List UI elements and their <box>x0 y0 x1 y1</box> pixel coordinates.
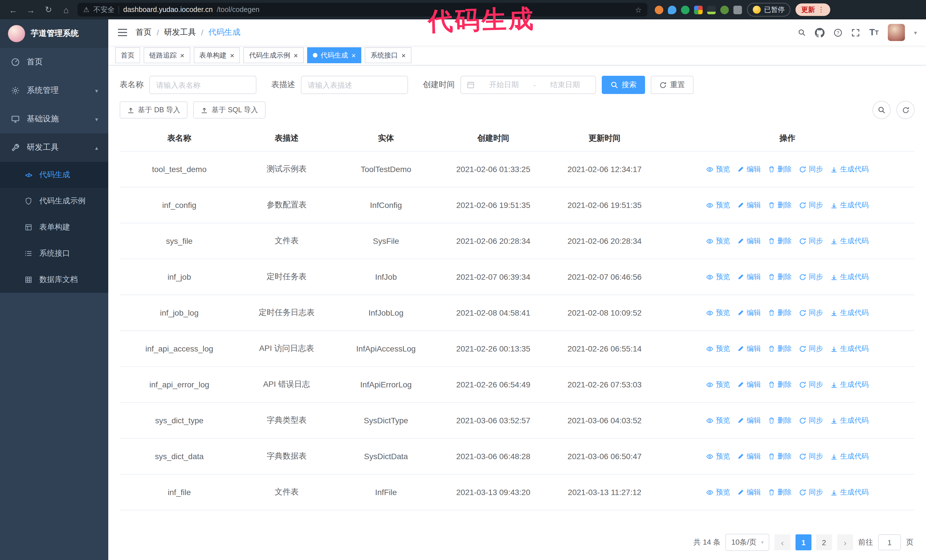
action-sync[interactable]: 同步 <box>799 200 823 210</box>
page-button-1[interactable]: 1 <box>796 534 811 550</box>
action-edit[interactable]: 编辑 <box>738 200 761 210</box>
back-icon[interactable]: ← <box>7 5 20 15</box>
extension-icon[interactable] <box>655 5 663 14</box>
github-icon[interactable] <box>815 28 825 37</box>
fullscreen-icon[interactable] <box>852 28 860 37</box>
tab-tracer[interactable]: 链路追踪× <box>144 47 190 63</box>
action-edit[interactable]: 编辑 <box>738 236 761 246</box>
sidebar-item-home[interactable]: 首页 <box>0 48 108 76</box>
action-generate[interactable]: 生成代码 <box>831 308 869 318</box>
sidebar-item-form-builder[interactable]: 表单构建 <box>0 214 108 240</box>
action-delete[interactable]: 删除 <box>769 272 792 282</box>
close-icon[interactable]: × <box>401 51 406 59</box>
breadcrumb-item-devtools[interactable]: 研发工具 <box>164 27 196 38</box>
close-icon[interactable]: × <box>352 51 356 59</box>
forward-icon[interactable]: → <box>24 5 37 15</box>
sidebar-item-codegen-example[interactable]: 代码生成示例 <box>0 188 108 214</box>
action-edit[interactable]: 编辑 <box>738 308 761 318</box>
action-sync[interactable]: 同步 <box>799 488 823 497</box>
action-sync[interactable]: 同步 <box>799 415 823 425</box>
action-preview[interactable]: 预览 <box>706 200 730 210</box>
action-delete[interactable]: 删除 <box>769 165 792 174</box>
close-icon[interactable]: × <box>230 51 234 59</box>
action-generate[interactable]: 生成代码 <box>831 488 869 497</box>
help-icon[interactable]: ? <box>834 28 843 37</box>
action-preview[interactable]: 预览 <box>706 415 730 425</box>
extension-icon[interactable] <box>694 5 703 14</box>
action-generate[interactable]: 生成代码 <box>831 200 869 210</box>
puzzle-extension-icon[interactable] <box>733 5 742 14</box>
url-bar[interactable]: ⚠ 不安全 dashboard.yudao.iocoder.cn /tool/c… <box>77 3 648 17</box>
action-edit[interactable]: 编辑 <box>738 451 761 461</box>
tab-codegen[interactable]: 代码生成× <box>307 47 362 63</box>
action-generate[interactable]: 生成代码 <box>831 272 869 282</box>
font-size-icon[interactable]: TT <box>869 27 879 38</box>
table-name-input[interactable] <box>149 76 256 94</box>
sidebar-item-db-doc[interactable]: 数据库文档 <box>0 267 108 293</box>
action-edit[interactable]: 编辑 <box>738 272 761 282</box>
action-delete[interactable]: 删除 <box>769 488 792 497</box>
action-delete[interactable]: 删除 <box>769 200 792 210</box>
action-generate[interactable]: 生成代码 <box>831 451 869 461</box>
sidebar-item-codegen[interactable]: </>代码生成 <box>0 162 108 188</box>
action-preview[interactable]: 预览 <box>706 380 730 389</box>
prev-page-button[interactable]: ‹ <box>775 534 790 550</box>
sidebar-item-devtools[interactable]: 研发工具▴ <box>0 133 108 162</box>
close-icon[interactable]: × <box>180 51 185 59</box>
action-generate[interactable]: 生成代码 <box>831 344 869 353</box>
next-page-button[interactable]: › <box>837 534 853 550</box>
chrome-update-button[interactable]: 更新 ⋮ <box>796 3 830 16</box>
tab-codegen-example[interactable]: 代码生成示例× <box>243 47 303 63</box>
action-sync[interactable]: 同步 <box>799 308 823 318</box>
user-avatar[interactable] <box>888 24 905 41</box>
action-preview[interactable]: 预览 <box>706 272 730 282</box>
action-sync[interactable]: 同步 <box>799 344 823 353</box>
action-sync[interactable]: 同步 <box>799 236 823 246</box>
action-delete[interactable]: 删除 <box>769 380 792 389</box>
action-preview[interactable]: 预览 <box>706 308 730 318</box>
refresh-table-button[interactable] <box>896 101 915 119</box>
toggle-search-button[interactable] <box>872 101 891 119</box>
search-icon[interactable] <box>798 29 806 36</box>
search-button[interactable]: 搜索 <box>602 76 645 94</box>
bookmark-star-icon[interactable]: ☆ <box>635 5 642 14</box>
page-size-select[interactable]: 10条/页 ▾ <box>726 534 769 551</box>
action-preview[interactable]: 预览 <box>706 488 730 497</box>
action-generate[interactable]: 生成代码 <box>831 415 869 425</box>
goto-page-input[interactable] <box>878 534 901 550</box>
action-preview[interactable]: 预览 <box>706 236 730 246</box>
extension-icon[interactable] <box>720 5 729 14</box>
home-icon[interactable]: ⌂ <box>60 5 73 15</box>
action-delete[interactable]: 删除 <box>769 236 792 246</box>
action-delete[interactable]: 删除 <box>769 451 792 461</box>
action-edit[interactable]: 编辑 <box>738 344 761 353</box>
tab-api[interactable]: 系统接口× <box>365 47 412 63</box>
action-sync[interactable]: 同步 <box>799 451 823 461</box>
action-generate[interactable]: 生成代码 <box>831 380 869 389</box>
table-desc-input[interactable] <box>301 76 408 94</box>
action-sync[interactable]: 同步 <box>799 165 823 174</box>
extension-icon[interactable] <box>668 5 676 14</box>
close-icon[interactable]: × <box>294 51 298 59</box>
extension-icon[interactable] <box>681 5 690 14</box>
action-edit[interactable]: 编辑 <box>738 488 761 497</box>
action-sync[interactable]: 同步 <box>799 380 823 389</box>
action-generate[interactable]: 生成代码 <box>831 165 869 174</box>
action-generate[interactable]: 生成代码 <box>831 236 869 246</box>
action-edit[interactable]: 编辑 <box>738 415 761 425</box>
reset-button[interactable]: 重置 <box>651 76 693 94</box>
reload-icon[interactable]: ↻ <box>42 5 55 15</box>
sidebar-item-infra[interactable]: 基础设施▾ <box>0 105 108 133</box>
sidebar-item-api[interactable]: 系统接口 <box>0 240 108 267</box>
action-preview[interactable]: 预览 <box>706 165 730 174</box>
page-button-2[interactable]: 2 <box>816 534 832 550</box>
date-range-picker[interactable]: 开始日期 - 结束日期 <box>460 76 596 94</box>
profile-paused-badge[interactable]: 已暂停 <box>747 3 790 17</box>
action-delete[interactable]: 删除 <box>769 344 792 353</box>
import-db-button[interactable]: 基于 DB 导入 <box>120 101 188 118</box>
caret-down-icon[interactable]: ▾ <box>914 29 917 36</box>
extension-icon[interactable] <box>707 5 716 14</box>
import-sql-button[interactable]: 基于 SQL 导入 <box>194 101 266 118</box>
app-logo[interactable]: 芋道管理系统 <box>0 20 108 48</box>
action-edit[interactable]: 编辑 <box>738 380 761 389</box>
